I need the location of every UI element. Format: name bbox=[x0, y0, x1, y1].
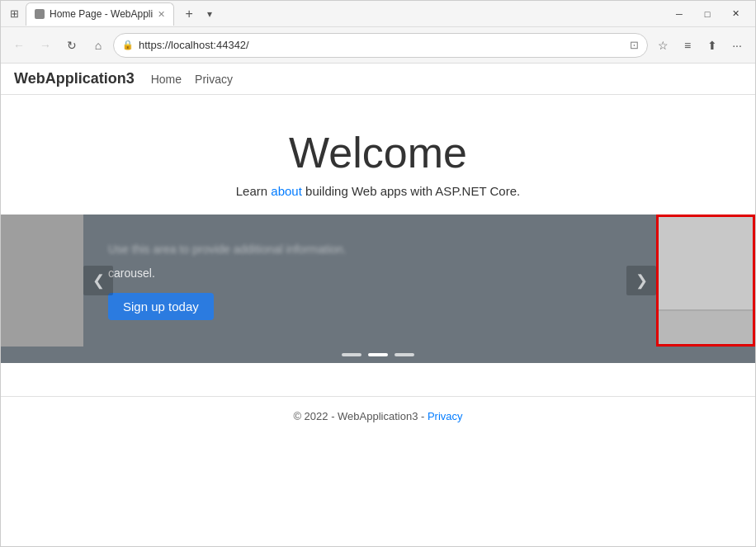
title-bar-left: ⊞ Home Page - WebAppli ✕ + ▾ bbox=[7, 2, 215, 26]
carousel-main: Use this area to provide additional info… bbox=[83, 224, 656, 337]
refresh-button[interactable]: ↻ bbox=[60, 34, 83, 57]
tab-list-button[interactable]: ▾ bbox=[204, 7, 215, 21]
browser-window: ⊞ Home Page - WebAppli ✕ + ▾ ─ □ ✕ ← → ↻… bbox=[0, 0, 756, 547]
maximize-button[interactable]: □ bbox=[694, 2, 721, 26]
carousel-indicator-2[interactable] bbox=[368, 353, 388, 356]
tab-title: Home Page - WebAppli bbox=[50, 8, 153, 20]
carousel-indicators bbox=[1, 347, 755, 363]
signup-button[interactable]: Sign up today bbox=[108, 293, 214, 320]
read-view-icon[interactable]: ≡ bbox=[676, 34, 699, 57]
carousel-right-bottom bbox=[659, 311, 753, 344]
carousel-indicator-3[interactable] bbox=[395, 353, 414, 356]
tab-grid-icon[interactable]: ⊞ bbox=[7, 7, 21, 21]
carousel-indicator-1[interactable] bbox=[342, 353, 361, 356]
url-text: https://localhost:44342/ bbox=[139, 39, 625, 51]
title-bar: ⊞ Home Page - WebAppli ✕ + ▾ ─ □ ✕ bbox=[1, 1, 755, 27]
tab-favicon bbox=[35, 9, 45, 19]
carousel-left-panel bbox=[1, 215, 83, 347]
carousel-right-inner bbox=[659, 217, 753, 311]
footer-privacy-link[interactable]: Privacy bbox=[428, 410, 463, 422]
site-brand[interactable]: WebApplication3 bbox=[14, 70, 135, 87]
share-icon[interactable]: ⬆ bbox=[701, 34, 724, 57]
carousel-next-button[interactable]: ❯ bbox=[626, 266, 656, 295]
more-icon[interactable]: ··· bbox=[725, 34, 749, 57]
carousel-visible-text: carousel. bbox=[108, 266, 631, 280]
home-button[interactable]: ⌂ bbox=[87, 34, 110, 57]
main-content: Welcome Learn about building Web apps wi… bbox=[1, 95, 755, 452]
address-bar: ← → ↻ ⌂ 🔒 https://localhost:44342/ ⊡ ☆ ≡… bbox=[1, 27, 755, 64]
favorites-icon[interactable]: ☆ bbox=[651, 34, 674, 57]
lock-icon: 🔒 bbox=[122, 40, 134, 50]
split-view-icon: ⊡ bbox=[630, 39, 639, 51]
about-link[interactable]: about bbox=[271, 184, 302, 198]
forward-button[interactable]: → bbox=[34, 34, 57, 57]
site-footer: © 2022 - WebApplication3 - Privacy bbox=[1, 396, 755, 436]
welcome-subtitle: Learn about building Web apps with ASP.N… bbox=[1, 184, 755, 198]
window-controls: ─ □ ✕ bbox=[666, 2, 749, 26]
learn-text: Learn bbox=[236, 184, 272, 198]
site-navbar: WebApplication3 Home Privacy bbox=[1, 64, 755, 95]
toolbar-icons: ☆ ≡ ⬆ ··· bbox=[651, 34, 749, 57]
minimize-button[interactable]: ─ bbox=[666, 2, 692, 26]
carousel-wrapper: ❮ Use this area to provide additional in… bbox=[1, 215, 755, 363]
welcome-title: Welcome bbox=[1, 128, 755, 177]
carousel: ❮ Use this area to provide additional in… bbox=[1, 215, 755, 347]
url-bar[interactable]: 🔒 https://localhost:44342/ ⊡ bbox=[113, 33, 648, 58]
nav-privacy-link[interactable]: Privacy bbox=[195, 73, 233, 86]
footer-copyright: © 2022 - WebApplication3 - bbox=[293, 410, 428, 422]
page-content: WebApplication3 Home Privacy Welcome Lea… bbox=[1, 64, 755, 546]
tab-close-button[interactable]: ✕ bbox=[158, 9, 165, 20]
build-text: building Web apps with ASP.NET Core. bbox=[302, 184, 520, 198]
carousel-prev-button[interactable]: ❮ bbox=[83, 266, 113, 295]
carousel-right-panel bbox=[656, 215, 755, 347]
nav-home-link[interactable]: Home bbox=[151, 73, 182, 86]
close-button[interactable]: ✕ bbox=[722, 2, 749, 26]
back-button[interactable]: ← bbox=[7, 34, 31, 57]
welcome-section: Welcome Learn about building Web apps wi… bbox=[1, 111, 755, 206]
browser-tab-active[interactable]: Home Page - WebAppli ✕ bbox=[26, 2, 174, 26]
new-tab-button[interactable]: + bbox=[179, 4, 199, 24]
site-nav-links: Home Privacy bbox=[151, 73, 233, 86]
carousel-blurred-text: Use this area to provide additional info… bbox=[108, 241, 631, 258]
